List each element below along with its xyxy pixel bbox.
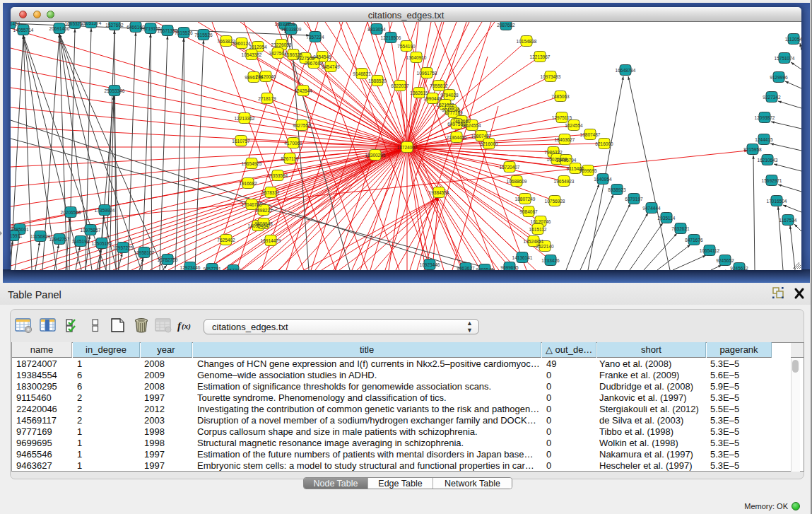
svg-text:2935114: 2935114 [658, 216, 676, 221]
svg-text:1588520: 1588520 [368, 78, 387, 83]
svg-text:3915911: 3915911 [11, 233, 23, 238]
svg-text:1112054: 1112054 [785, 37, 801, 42]
svg-text:16648784: 16648784 [616, 68, 636, 73]
svg-text:17359924: 17359924 [95, 208, 115, 213]
svg-text:7632621: 7632621 [671, 226, 690, 231]
svg-text:(x): (x) [182, 322, 191, 331]
svg-text:2718179: 2718179 [258, 96, 276, 101]
svg-text:10688609: 10688609 [507, 179, 527, 184]
svg-text:3578332: 3578332 [261, 190, 280, 195]
svg-text:7515526: 7515526 [194, 33, 213, 37]
svg-text:8215958: 8215958 [743, 147, 762, 152]
svg-text:1167534: 1167534 [779, 218, 797, 223]
svg-text:9485001: 9485001 [11, 227, 29, 232]
svg-text:1362615: 1362615 [410, 90, 428, 95]
svg-text:10958107: 10958107 [134, 250, 155, 255]
svg-text:15720407: 15720407 [500, 165, 520, 170]
svg-text:9245652: 9245652 [716, 258, 734, 263]
svg-text:7554190: 7554190 [397, 44, 416, 49]
svg-text:1916682: 1916682 [239, 181, 257, 186]
svg-text:7986322: 7986322 [544, 150, 563, 155]
svg-text:6322037: 6322037 [391, 83, 409, 88]
svg-text:9857791: 9857791 [203, 267, 221, 271]
svg-text:18724007: 18724007 [397, 145, 418, 150]
svg-text:9777169: 9777169 [445, 110, 463, 115]
svg-text:21051374: 21051374 [81, 22, 102, 25]
svg-text:6216000: 6216000 [595, 141, 613, 146]
svg-text:2087682: 2087682 [497, 23, 515, 28]
svg-text:17957225: 17957225 [113, 245, 134, 250]
svg-text:12093872: 12093872 [755, 115, 775, 120]
svg-text:7357224: 7357224 [306, 35, 324, 40]
svg-text:19654923: 19654923 [554, 179, 575, 184]
svg-text:7485063: 7485063 [551, 94, 570, 99]
svg-text:8454749: 8454749 [322, 64, 340, 69]
svg-text:9657791: 9657791 [224, 268, 242, 271]
svg-text:12975115: 12975115 [552, 115, 572, 120]
svg-text:9409948: 9409948 [254, 221, 273, 226]
svg-text:10154838: 10154838 [517, 39, 537, 44]
svg-text:9427552: 9427552 [293, 123, 311, 128]
svg-text:12213967: 12213967 [530, 54, 551, 59]
svg-text:9699695: 9699695 [579, 168, 597, 173]
svg-text:1990448: 1990448 [423, 96, 442, 101]
svg-text:20206556: 20206556 [61, 210, 81, 215]
svg-text:8471676: 8471676 [685, 238, 703, 243]
svg-text:19384554: 19384554 [429, 190, 449, 195]
svg-text:16033809: 16033809 [281, 27, 302, 32]
svg-text:1145194: 1145194 [72, 239, 90, 244]
svg-text:13524851: 13524851 [524, 239, 544, 244]
svg-text:10807487: 10807487 [471, 134, 492, 139]
svg-text:1610757: 1610757 [232, 139, 250, 144]
svg-text:6216000: 6216000 [480, 141, 498, 146]
svg-text:12213362: 12213362 [235, 116, 255, 121]
svg-text:9327508: 9327508 [296, 56, 314, 61]
svg-text:10654112: 10654112 [700, 248, 720, 253]
svg-text:9463627: 9463627 [457, 266, 475, 271]
svg-text:23226058: 23226058 [271, 42, 292, 47]
svg-text:17046786: 17046786 [242, 202, 262, 207]
svg-text:11353594: 11353594 [268, 173, 288, 178]
svg-text:14136141: 14136141 [512, 255, 533, 260]
svg-text:1640954: 1640954 [594, 177, 612, 182]
svg-text:3912954: 3912954 [249, 45, 267, 49]
svg-text:9245612: 9245612 [730, 266, 748, 271]
svg-text:16914479: 16914479 [261, 238, 281, 243]
svg-text:18807249: 18807249 [515, 197, 536, 201]
svg-text:9242844: 9242844 [294, 88, 312, 93]
svg-text:1624554: 1624554 [565, 123, 583, 128]
svg-text:16210643: 16210643 [758, 158, 778, 163]
svg-text:7955812: 7955812 [430, 83, 448, 88]
svg-text:2967608: 2967608 [305, 61, 323, 66]
svg-text:13495794: 13495794 [556, 158, 577, 163]
svg-text:1527602: 1527602 [105, 23, 124, 28]
svg-text:9896175: 9896175 [245, 75, 263, 80]
svg-text:25053346: 25053346 [105, 88, 125, 93]
svg-text:9227342: 9227342 [763, 95, 781, 100]
svg-text:16120746: 16120746 [531, 219, 551, 224]
svg-text:14055714: 14055714 [13, 28, 34, 33]
svg-text:8938923: 8938923 [608, 187, 626, 192]
svg-text:18463627: 18463627 [555, 137, 575, 142]
svg-text:12505185: 12505185 [92, 241, 112, 246]
svg-text:1498222: 1498222 [254, 208, 273, 213]
svg-text:9084067: 9084067 [519, 209, 538, 214]
svg-text:1733426: 1733426 [541, 258, 560, 263]
svg-text:12942757: 12942757 [49, 237, 70, 242]
svg-text:3960124: 3960124 [233, 41, 251, 46]
svg-text:21364436: 21364436 [447, 135, 467, 140]
svg-text:6379197: 6379197 [625, 197, 643, 201]
svg-text:20691406: 20691406 [49, 26, 70, 31]
svg-text:1244415: 1244415 [755, 137, 773, 142]
svg-text:15751074: 15751074 [775, 56, 795, 61]
svg-text:13640910: 13640910 [406, 55, 427, 60]
svg-text:10923446: 10923446 [420, 262, 440, 267]
svg-text:1615112: 1615112 [529, 227, 547, 232]
svg-text:7515526: 7515526 [175, 30, 193, 35]
svg-text:1621022: 1621022 [436, 103, 454, 107]
svg-text:10756928: 10756928 [545, 199, 565, 204]
svg-text:8813054: 8813054 [367, 27, 386, 32]
svg-text:7625402: 7625402 [217, 238, 235, 243]
svg-text:8267110: 8267110 [281, 156, 299, 161]
svg-text:3624554: 3624554 [463, 123, 481, 128]
